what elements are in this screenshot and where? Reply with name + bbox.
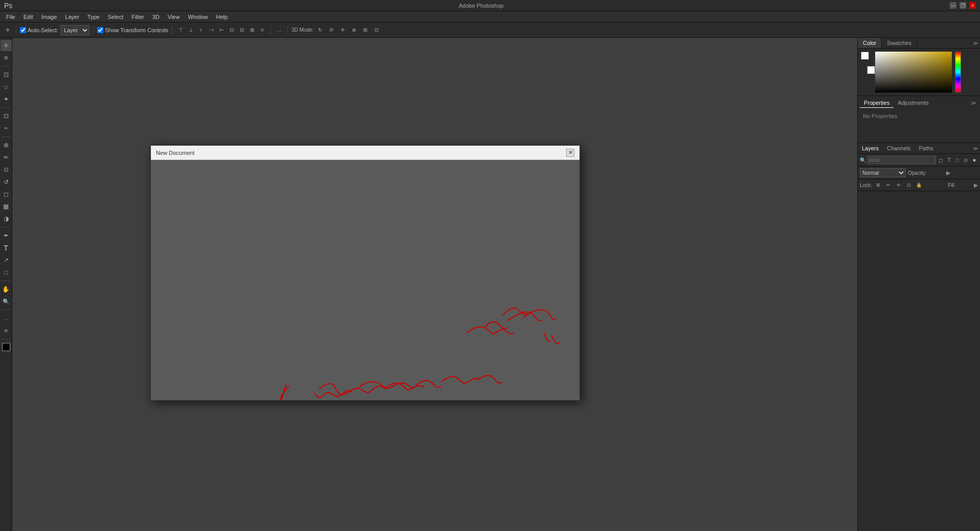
color-panel-collapse[interactable]: ≫ (973, 40, 978, 46)
lock-transparent-icon[interactable]: ⊞ (874, 181, 882, 189)
more-options-btn[interactable]: ... (275, 26, 284, 35)
distribute-icon3[interactable]: ≡ (258, 26, 267, 35)
tool-eraser[interactable]: ◻ (1, 189, 12, 200)
auto-select-type[interactable]: Layer Group (60, 25, 90, 35)
tool-artboard[interactable]: ⊞ (1, 52, 12, 63)
tab-swatches[interactable]: Swatches (882, 38, 917, 48)
layer-filter-adjust-icon[interactable]: T (945, 155, 952, 165)
tool-more[interactable]: ... (1, 313, 12, 324)
minimize-button[interactable]: — (950, 2, 956, 9)
foreground-color[interactable] (2, 343, 10, 351)
menu-layer[interactable]: Layer (61, 13, 83, 21)
tab-color[interactable]: Color (858, 38, 882, 48)
tool-spot-healing[interactable]: ⊕ (1, 140, 12, 151)
layer-filter-more-icon[interactable]: ● (971, 155, 978, 165)
menu-filter[interactable]: Filter (127, 13, 148, 21)
dialog-content[interactable] (151, 160, 580, 400)
tab-layers[interactable]: Layers (858, 143, 883, 153)
menu-type[interactable]: Type (83, 13, 104, 21)
color-gradient-picker[interactable] (875, 52, 952, 93)
tab-properties[interactable]: Properties (860, 98, 894, 108)
move-tool-icon[interactable]: ✛ (3, 26, 12, 35)
tool-sep7 (2, 339, 11, 339)
align-left-icon[interactable]: ⊣ (207, 26, 216, 35)
foreground-swatch[interactable] (861, 52, 869, 60)
menu-window[interactable]: Window (184, 13, 212, 21)
align-middle-icon[interactable]: ⊥ (186, 26, 195, 35)
distribute-icon1[interactable]: ⊟ (237, 26, 247, 35)
tool-extra[interactable]: ⊛ (1, 325, 12, 336)
menu-file[interactable]: File (2, 13, 19, 21)
tool-hand[interactable]: ✋ (1, 284, 12, 295)
canvas-area[interactable]: New Document ✕ (12, 38, 857, 531)
gradient-field[interactable] (875, 52, 952, 93)
toolbar-sep5 (287, 26, 288, 35)
layer-kind-search[interactable] (867, 156, 936, 164)
3d-roll-icon[interactable]: ⟳ (327, 26, 336, 35)
new-document-dialog: New Document ✕ (150, 145, 580, 401)
lock-position-icon[interactable]: ✛ (895, 181, 903, 189)
tool-sep6 (2, 310, 11, 310)
layer-filter-smart-icon[interactable]: ⊙ (962, 155, 969, 165)
tool-zoom[interactable]: 🔍 (1, 296, 12, 307)
3d-slide-icon[interactable]: ⊕ (349, 26, 359, 35)
tool-marquee[interactable]: ⊡ (1, 69, 12, 80)
tool-shape[interactable]: □ (1, 267, 12, 278)
tool-path-selection[interactable]: ↗ (1, 255, 12, 266)
lock-artboard-icon[interactable]: ⊡ (905, 181, 913, 189)
3d-pan-icon[interactable]: ✛ (338, 26, 347, 35)
auto-select-input[interactable] (20, 27, 26, 33)
tab-channels[interactable]: Channels (883, 143, 915, 153)
menu-image[interactable]: Image (37, 13, 61, 21)
tool-eyedropper[interactable]: ✏ (1, 123, 12, 134)
show-transform-input[interactable] (97, 27, 103, 33)
align-right-icon[interactable]: ⊡ (227, 26, 236, 35)
lock-all-icon[interactable]: 🔒 (915, 181, 923, 189)
menu-help[interactable]: Help (212, 13, 232, 21)
blend-mode-dropdown[interactable]: Normal Multiply Screen Overlay (860, 168, 906, 177)
tool-sep3 (2, 136, 11, 137)
3d-camera-icon[interactable]: ⊡ (372, 26, 381, 35)
title-bar-controls[interactable]: — ❐ ✕ (950, 2, 976, 9)
color-panel: Color Swatches ≫ (858, 38, 980, 96)
restore-button[interactable]: ❐ (960, 2, 966, 9)
menu-edit[interactable]: Edit (19, 13, 37, 21)
close-button[interactable]: ✕ (969, 2, 976, 9)
tab-paths[interactable]: Paths (915, 143, 938, 153)
tool-brush[interactable]: ✏ (1, 152, 12, 163)
tab-adjustments[interactable]: Adjustments (894, 98, 933, 108)
ps-logo-icon: Ps (4, 2, 12, 10)
menu-select[interactable]: Select (104, 13, 128, 21)
show-transform-text: Show Transform Controls (105, 27, 168, 33)
fg-bg-swatches[interactable] (861, 52, 872, 93)
tool-history-brush[interactable]: ↺ (1, 176, 12, 188)
tool-magic-wand[interactable]: ✦ (1, 94, 12, 105)
3d-scale-icon[interactable]: ⊞ (361, 26, 370, 35)
tool-gradient[interactable]: ▦ (1, 201, 12, 212)
background-swatch[interactable] (867, 66, 875, 74)
tool-pen[interactable]: ✒ (1, 230, 12, 241)
align-top-icon[interactable]: ⊤ (176, 26, 185, 35)
layer-filter-shape-icon[interactable]: □ (954, 155, 961, 165)
menu-3d[interactable]: 3D (148, 13, 164, 21)
dialog-close-button[interactable]: ✕ (566, 149, 574, 157)
tool-clone[interactable]: ⊙ (1, 164, 12, 175)
auto-select-checkbox[interactable]: Auto-Select: (20, 27, 58, 33)
menu-view[interactable]: View (164, 13, 184, 21)
tool-type[interactable]: T (1, 242, 12, 253)
layers-panel-collapse[interactable]: ≫ (973, 146, 978, 151)
align-bottom-icon[interactable]: ⊦ (196, 26, 206, 35)
hue-bar[interactable] (955, 52, 961, 93)
tool-move[interactable]: ✛ (1, 40, 12, 51)
3d-rotate-icon[interactable]: ↻ (316, 26, 325, 35)
distribute-icon2[interactable]: ⊠ (248, 26, 257, 35)
show-transform-label[interactable]: Show Transform Controls (97, 27, 168, 33)
layer-filter-pixel-icon[interactable]: ◻ (937, 155, 944, 165)
lock-paint-icon[interactable]: ✏ (884, 181, 893, 189)
align-center-icon[interactable]: ⊢ (217, 26, 226, 35)
menu-bar: File Edit Image Layer Type Select Filter… (0, 11, 980, 22)
tool-crop[interactable]: ⊡ (1, 110, 12, 122)
properties-panel-collapse[interactable]: ≫ (971, 100, 976, 106)
tool-dodge[interactable]: ◑ (1, 213, 12, 224)
tool-lasso[interactable]: ○ (1, 81, 12, 93)
